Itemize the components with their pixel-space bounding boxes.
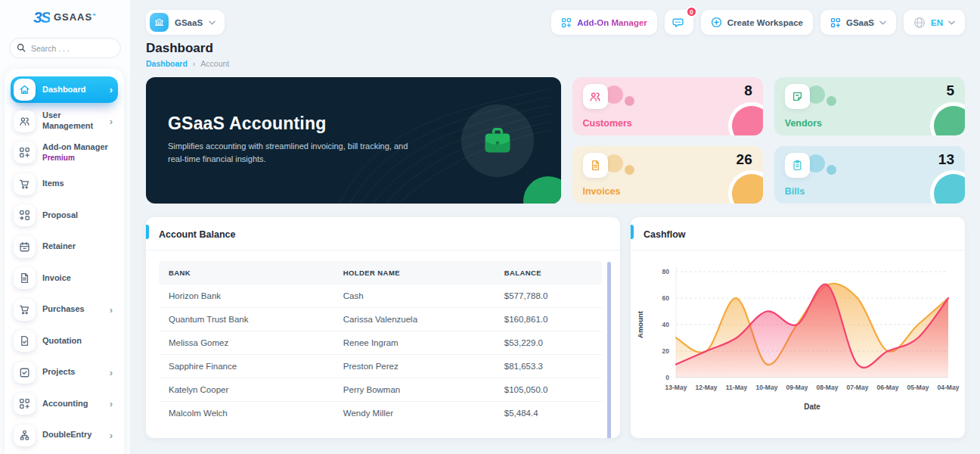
x-tick-label: 12-May [696,384,718,391]
home-icon [14,79,36,101]
hierarchy-icon [14,424,36,446]
table-scrollbar[interactable] [607,262,611,438]
breadcrumb-dashboard-link[interactable]: Dashboard [146,59,188,68]
grid-plus-icon [14,141,36,163]
col-holder-name[interactable]: HOLDER NAME [337,261,498,285]
col-bank[interactable]: BANK [159,261,337,285]
cart-icon [14,299,36,321]
sidebar-item-retainer[interactable]: Retainer [11,234,118,260]
building-icon [150,13,169,32]
decor-bubble [625,165,634,175]
stat-card-vendors[interactable]: 5 Vendors [774,77,965,135]
table-row[interactable]: Sapphire FinancePreston Perez$81,653.3 [159,355,602,378]
addon-manager-button[interactable]: Add-On Manager [551,10,657,35]
stat-card-customers[interactable]: 8 Customers [572,77,763,135]
y-tick-label: 40 [662,321,670,328]
create-workspace-button[interactable]: Create Workspace [701,10,813,35]
calendar-icon [14,236,36,258]
y-tick-label: 80 [662,268,670,275]
sidebar-item-projects[interactable]: Projects › [11,359,118,386]
stat-value: 26 [737,151,752,168]
stat-cards: 8 Customers 5 Vendors [572,77,966,204]
sidebar: 3S GSAAS+ Dashboard › User Management › [0,0,130,454]
stat-value: 8 [744,82,752,99]
table-row[interactable]: Melissa GomezRenee Ingram$53,229.0 [159,331,602,355]
decor-bubble [826,96,836,106]
stat-label: Vendors [785,118,822,129]
sidebar-item-doubleentry[interactable]: DoubleEntry › [11,422,118,449]
table-row[interactable]: Quantum Trust BankCarissa Valenzuela$160… [159,308,602,331]
chevron-down-icon [948,20,955,25]
app-logo[interactable]: 3S GSAAS+ [0,0,130,35]
document-check-icon [14,330,36,352]
workspace-menu-button[interactable]: GSaaS [820,10,896,35]
y-tick-label: 0 [665,374,669,381]
hero-subtitle: Simplifies accounting with streamlined i… [168,140,414,166]
x-tick-label: 11-May [726,384,748,391]
sidebar-item-label: DoubleEntry [42,430,91,440]
x-tick-label: 09-May [786,384,808,391]
bills-icon [785,153,810,178]
sidebar-item-invoice[interactable]: Invoice [11,265,118,291]
table-row[interactable]: Katelyn CooperPerry Bowman$105,050.0 [159,378,602,402]
sidebar-item-label: User Management [42,110,103,132]
chat-bubble-icon [672,16,685,29]
search-input[interactable] [9,38,121,58]
globe-icon [913,17,926,29]
x-tick-label: 13-May [665,384,687,391]
logo-plus-icon: + [92,11,97,18]
grid-plus-icon [830,17,841,28]
table-row[interactable]: Malcolm WelchWendy Miller$5,484.4 [159,402,602,425]
messages-button[interactable]: 0 [665,10,693,35]
chevron-down-icon [879,20,886,25]
chevron-right-icon: › [110,117,113,126]
decor-bubble [826,165,836,175]
y-axis-label: Amount [636,310,644,338]
chevron-right-icon: › [110,368,113,378]
breadcrumb-current: Account [200,59,229,68]
x-tick-label: 06-May [877,384,899,391]
x-tick-label: 08-May [817,384,839,391]
grid-icon [14,393,36,415]
logo-text: GSAAS+ [54,11,97,23]
stat-value: 13 [938,151,954,168]
stat-value: 5 [946,82,954,99]
premium-badge: Premium [42,154,108,163]
sidebar-item-user-management[interactable]: User Management › [11,108,118,135]
table-row[interactable]: Horizon BankCash$577,788.0 [159,285,602,308]
sidebar-item-proposal[interactable]: Proposal [11,202,118,229]
workspace-selector[interactable]: GSaaS [146,10,225,35]
sidebar-item-label: Quotation [42,336,82,347]
sidebar-search [9,38,121,58]
chevron-right-icon: › [110,431,113,440]
hero-banner: GSaaS Accounting Simplifies accounting w… [146,77,561,204]
stat-card-bills[interactable]: 13 Bills [774,146,965,204]
messages-count-badge: 0 [686,6,697,17]
stat-card-invoices[interactable]: 26 Invoices [572,146,763,204]
stat-label: Invoices [583,186,621,197]
account-balance-table-wrap: BANK HOLDER NAME BALANCE Horizon BankCas… [146,250,620,424]
chevron-right-icon: › [110,85,113,95]
plus-circle-icon [711,17,722,28]
chevron-right-icon: › [110,399,113,409]
stat-label: Bills [785,186,805,197]
sidebar-item-quotation[interactable]: Quotation [11,328,118,354]
y-tick-label: 60 [662,294,670,302]
details-row: Account Balance BANK HOLDER NAME BALANCE… [146,217,965,438]
col-balance[interactable]: BALANCE [498,261,602,285]
sidebar-item-accounting[interactable]: Accounting › [11,390,118,417]
cart-icon [14,173,36,195]
sidebar-item-addon-manager[interactable]: Add-on ManagerPremium [11,139,118,166]
sidebar-item-dashboard[interactable]: Dashboard › [11,76,118,103]
document-icon [14,267,36,289]
sidebar-item-purchases[interactable]: Purchases › [11,297,118,323]
vendors-icon [785,84,810,109]
users-icon [14,110,36,132]
topbar-actions: Add-On Manager 0 Create Workspace GSaaS [551,10,965,35]
language-selector[interactable]: EN [904,10,965,35]
y-tick-label: 20 [662,347,670,355]
x-tick-label: 05-May [907,384,929,391]
decor-bubble [625,96,634,106]
sidebar-item-items[interactable]: Items [11,171,118,197]
topbar: GSaaS Add-On Manager 0 [146,10,965,35]
